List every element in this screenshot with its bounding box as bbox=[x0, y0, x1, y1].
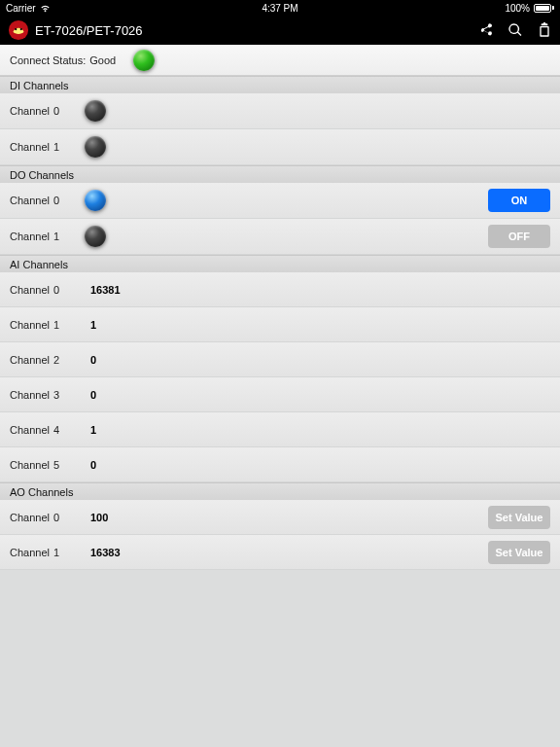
connect-label: Connect Status: bbox=[10, 54, 86, 66]
channel-number: 0 bbox=[53, 512, 67, 523]
status-led-icon bbox=[133, 50, 155, 71]
do-row: Channel 0 ON bbox=[0, 183, 560, 219]
page-title: ET-7026/PET-7026 bbox=[35, 23, 143, 38]
channel-number: 1 bbox=[53, 319, 67, 331]
channel-label: Channel bbox=[10, 284, 50, 296]
do-led-icon bbox=[85, 190, 106, 211]
channel-label: Channel bbox=[10, 231, 50, 242]
di-led-icon bbox=[85, 100, 106, 122]
share-icon[interactable] bbox=[478, 22, 494, 38]
di-led-icon bbox=[85, 136, 106, 158]
ai-row: Channel 3 0 bbox=[0, 377, 560, 412]
nav-bar: ET-7026/PET-7026 bbox=[0, 16, 560, 45]
channel-value: 100 bbox=[90, 512, 108, 523]
ai-row: Channel 4 1 bbox=[0, 412, 560, 447]
channel-value: 1 bbox=[90, 319, 96, 331]
channel-label: Channel bbox=[10, 459, 50, 471]
channel-label: Channel bbox=[10, 512, 50, 523]
di-row: Channel 1 bbox=[0, 129, 560, 165]
channel-label: Channel bbox=[10, 195, 50, 206]
app-logo-icon bbox=[8, 19, 29, 41]
svg-point-1 bbox=[15, 28, 17, 30]
ai-row: Channel 0 16381 bbox=[0, 272, 560, 307]
svg-point-2 bbox=[20, 28, 22, 30]
do-on-button[interactable]: ON bbox=[488, 189, 550, 212]
channel-number: 3 bbox=[53, 389, 67, 401]
channel-number: 0 bbox=[53, 284, 67, 296]
di-row: Channel 0 bbox=[0, 93, 560, 129]
clock: 4:37 PM bbox=[262, 3, 298, 14]
ao-row: Channel 0 100 Set Value bbox=[0, 500, 560, 535]
channel-value: 0 bbox=[90, 354, 96, 366]
do-led-icon bbox=[85, 226, 106, 247]
channel-label: Channel bbox=[10, 547, 50, 558]
connect-status-row: Connect Status: Good bbox=[0, 45, 560, 76]
channel-value: 16381 bbox=[90, 284, 121, 296]
channel-value: 16383 bbox=[90, 547, 121, 558]
channel-number: 0 bbox=[53, 195, 67, 206]
channel-number: 1 bbox=[53, 231, 67, 242]
status-bar: Carrier 4:37 PM 100% bbox=[0, 0, 560, 16]
ao-section-header: AO Channels bbox=[0, 482, 560, 500]
ai-row: Channel 1 1 bbox=[0, 307, 560, 342]
channel-number: 4 bbox=[53, 424, 67, 436]
channel-label: Channel bbox=[10, 319, 50, 331]
clipboard-icon[interactable] bbox=[537, 22, 552, 38]
ai-section-header: AI Channels bbox=[0, 255, 560, 272]
channel-value: 0 bbox=[90, 459, 96, 471]
channel-number: 1 bbox=[53, 547, 67, 558]
set-value-button[interactable]: Set Value bbox=[488, 506, 550, 529]
channel-label: Channel bbox=[10, 105, 50, 117]
channel-number: 0 bbox=[53, 105, 67, 117]
ao-row: Channel 1 16383 Set Value bbox=[0, 535, 560, 570]
ai-row: Channel 5 0 bbox=[0, 447, 560, 482]
channel-label: Channel bbox=[10, 424, 50, 436]
wifi-icon bbox=[40, 4, 51, 13]
connect-value: Good bbox=[89, 54, 116, 66]
channel-value: 0 bbox=[90, 389, 96, 401]
di-section-header: DI Channels bbox=[0, 76, 560, 93]
channel-number: 1 bbox=[53, 141, 67, 153]
set-value-button[interactable]: Set Value bbox=[488, 541, 550, 564]
ai-row: Channel 2 0 bbox=[0, 342, 560, 377]
channel-value: 1 bbox=[90, 424, 96, 436]
channel-label: Channel bbox=[10, 354, 50, 366]
channel-number: 5 bbox=[53, 459, 67, 471]
channel-label: Channel bbox=[10, 389, 50, 401]
do-off-button[interactable]: OFF bbox=[488, 225, 550, 248]
search-icon[interactable] bbox=[508, 22, 523, 38]
channel-number: 2 bbox=[53, 354, 67, 366]
do-section-header: DO Channels bbox=[0, 165, 560, 183]
carrier-label: Carrier bbox=[6, 3, 36, 14]
do-row: Channel 1 OFF bbox=[0, 219, 560, 255]
battery-icon bbox=[534, 4, 554, 13]
battery-pct: 100% bbox=[505, 3, 530, 14]
channel-label: Channel bbox=[10, 141, 50, 153]
